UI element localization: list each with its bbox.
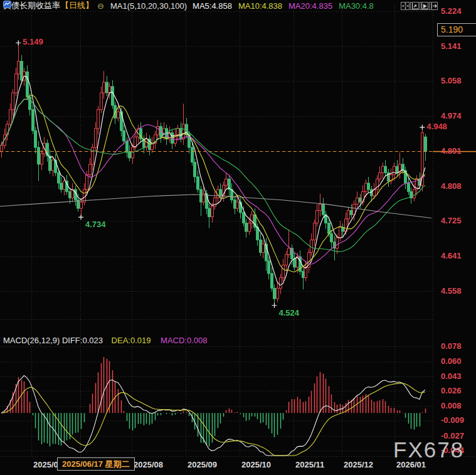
ma-settings-label: MA1(5,10,20,30,100): [110, 1, 187, 11]
date-axis-label: 2025/08: [134, 460, 163, 469]
macd-axis-label: 0.078: [441, 341, 475, 351]
axis-zoom-icon[interactable]: [410, 2, 419, 10]
price-axis-label: 5.224: [441, 6, 475, 16]
ma20-value: MA20:4.835: [288, 1, 332, 11]
price-marker-label: 4.524: [278, 308, 299, 318]
price-axis-label: 4.891: [441, 146, 475, 156]
candlestick-chart-canvas[interactable]: [0, 0, 476, 475]
ma30-line: [1, 99, 425, 252]
macd-diff-line: [1, 376, 425, 456]
price-axis-label: 4.641: [441, 251, 475, 260]
chart-toolbar: [401, 2, 438, 10]
ma5-value: MA5:4.858: [193, 1, 232, 11]
date-axis-label: 2025/10: [241, 460, 271, 469]
date-axis-label: 2025/09: [188, 460, 217, 469]
price-marker-label: 5.149: [23, 37, 43, 46]
price-axis-label: 5.141: [441, 41, 475, 51]
extreme-cross-marker: [272, 303, 277, 308]
macd-axis-label: -0.009: [441, 415, 475, 425]
price-axis-label: 4.725: [441, 216, 475, 225]
date-axis-label: 2025/11: [295, 460, 324, 469]
fx678-watermark: FX678: [393, 437, 464, 462]
axis-shift-icon[interactable]: [429, 2, 438, 10]
axis-play-icon[interactable]: [420, 2, 428, 10]
crosshair-date-label: 2025/06/17 星期二: [57, 457, 135, 471]
minus-circle-icon[interactable]: ⊖: [97, 1, 104, 11]
period-tag: 【日线】: [61, 0, 93, 11]
macd-header: MACD(26,12,9) DIFF:0.023 DEA:0.019 MACD:…: [3, 336, 208, 345]
chart-header: 美债长期收益率【日线】 ⊖ MA1(5,10,20,30,100) MA5:4.…: [3, 1, 374, 11]
ma10-value: MA10:4.838: [238, 1, 282, 11]
macd-macd-value: MACD:0.008: [161, 336, 207, 345]
chart-title: 美债长期收益率: [3, 0, 60, 11]
ma30-value: MA30:4.8: [339, 1, 374, 11]
macd-axis-label: 0.060: [441, 356, 475, 366]
price-marker-label: 4.734: [85, 220, 106, 229]
macd-params-diff: MACD(26,12,9) DIFF:0.023: [3, 336, 103, 345]
price-axis-label: 4.974: [441, 111, 475, 120]
price-axis-label: 5.058: [441, 76, 475, 85]
crosshair-price-label: 5.190: [437, 23, 476, 36]
extreme-cross-marker: [420, 125, 425, 130]
price-axis-label: 4.808: [441, 181, 475, 191]
extreme-cross-marker: [16, 40, 21, 45]
extreme-cross-marker: [78, 215, 83, 220]
macd-dea-line: [1, 383, 425, 456]
macd-axis-label: 0.026: [441, 386, 475, 395]
macd-dea-value: DEA:0.019: [112, 336, 151, 345]
chart-window: 美债长期收益率【日线】 ⊖ MA1(5,10,20,30,100) MA5:4.…: [0, 0, 476, 475]
crosshair-move-icon[interactable]: [401, 2, 410, 10]
price-marker-label: 4.948: [426, 122, 447, 131]
macd-axis-label: 0.043: [441, 371, 475, 381]
ma5-line: [1, 76, 425, 286]
price-axis-label: 4.558: [441, 286, 475, 296]
macd-axis-label: 0.008: [441, 401, 475, 410]
date-axis-label: 2025/12: [344, 460, 373, 469]
